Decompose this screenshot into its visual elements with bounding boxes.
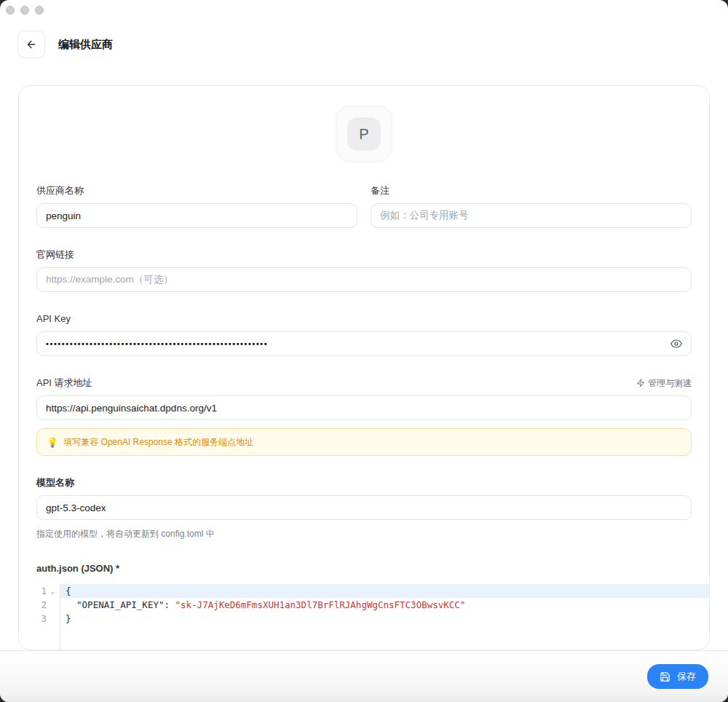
provider-avatar: P bbox=[336, 106, 392, 162]
provider-avatar-letter: P bbox=[347, 117, 381, 151]
auth-json-label: auth.json (JSON) * bbox=[36, 562, 692, 575]
back-arrow-icon bbox=[25, 39, 37, 50]
provider-form-card: P 供应商名称 penguin 备注 例如：公司专用账号 官网链接 https:… bbox=[18, 85, 710, 650]
website-placeholder: https://example.com（可选） bbox=[46, 273, 173, 286]
zap-icon bbox=[636, 379, 645, 387]
model-name-value: gpt-5.3-codex bbox=[46, 502, 106, 513]
save-button[interactable]: 保存 bbox=[647, 664, 708, 689]
api-url-hint: 💡 填写兼容 OpenAI Response 格式的服务端点地址 bbox=[36, 428, 692, 456]
line-number: 1 bbox=[32, 585, 47, 596]
line-number: 2 bbox=[32, 599, 47, 610]
code-line: } bbox=[60, 612, 709, 626]
provider-name-value: penguin bbox=[46, 210, 81, 221]
eye-icon bbox=[670, 338, 682, 350]
close-window-button[interactable] bbox=[6, 6, 15, 15]
page-header: 编辑供应商 bbox=[17, 31, 113, 58]
manage-speedtest-label: 管理与测速 bbox=[648, 377, 692, 390]
manage-speedtest-link[interactable]: 管理与测速 bbox=[636, 377, 692, 390]
page-title: 编辑供应商 bbox=[58, 38, 113, 52]
auth-json-editor[interactable]: 1⌄ 2 3 { "OPENAI_API_KEY": "sk-J7AjKeD6m… bbox=[19, 584, 709, 650]
zoom-window-button[interactable] bbox=[35, 6, 44, 15]
api-url-input[interactable]: https://api.penguinsaichat.dpdns.org/v1 bbox=[36, 395, 692, 420]
editor-gutter: 1⌄ 2 3 bbox=[19, 584, 60, 650]
api-url-label: API 请求地址 bbox=[36, 376, 92, 390]
code-string-token: "sk-J7AjKeD6mFmsXUH1an3Dl7BrFlRJAhgWgCns… bbox=[175, 599, 466, 610]
model-name-input[interactable]: gpt-5.3-codex bbox=[36, 495, 692, 520]
note-input[interactable]: 例如：公司专用账号 bbox=[371, 203, 692, 228]
api-url-hint-text: 填写兼容 OpenAI Response 格式的服务端点地址 bbox=[63, 436, 253, 449]
footer-bar: 保存 bbox=[0, 650, 728, 702]
model-name-label: 模型名称 bbox=[36, 476, 692, 489]
back-button[interactable] bbox=[17, 31, 45, 58]
toggle-api-key-visibility-button[interactable] bbox=[670, 338, 682, 350]
api-url-value: https://api.penguinsaichat.dpdns.org/v1 bbox=[46, 403, 217, 414]
note-label: 备注 bbox=[371, 184, 692, 197]
save-button-label: 保存 bbox=[677, 670, 696, 683]
lightbulb-icon: 💡 bbox=[47, 437, 58, 448]
model-name-helper-text: 指定使用的模型，将自动更新到 config.toml 中 bbox=[36, 528, 692, 540]
api-key-label: API Key bbox=[36, 312, 692, 326]
website-input[interactable]: https://example.com（可选） bbox=[36, 267, 692, 292]
editor-code-area[interactable]: { "OPENAI_API_KEY": "sk-J7AjKeD6mFmsXUH1… bbox=[60, 584, 709, 650]
api-key-masked-value: ••••••••••••••••••••••••••••••••••••••••… bbox=[46, 339, 268, 348]
app-window: 编辑供应商 P 供应商名称 penguin 备注 例如：公司专用账号 官网 bbox=[0, 0, 728, 702]
code-line: "OPENAI_API_KEY": "sk-J7AjKeD6mFmsXUH1an… bbox=[60, 598, 709, 612]
chevron-down-icon[interactable]: ⌄ bbox=[48, 587, 57, 595]
window-controls bbox=[6, 6, 44, 15]
code-line: { bbox=[60, 584, 709, 598]
save-icon bbox=[660, 671, 670, 682]
provider-name-label: 供应商名称 bbox=[36, 184, 357, 197]
website-label: 官网链接 bbox=[36, 248, 692, 261]
api-key-input[interactable]: ••••••••••••••••••••••••••••••••••••••••… bbox=[36, 331, 692, 356]
line-number: 3 bbox=[32, 613, 47, 624]
note-placeholder: 例如：公司专用账号 bbox=[380, 209, 469, 222]
provider-name-input[interactable]: penguin bbox=[36, 203, 357, 228]
minimize-window-button[interactable] bbox=[20, 6, 29, 15]
